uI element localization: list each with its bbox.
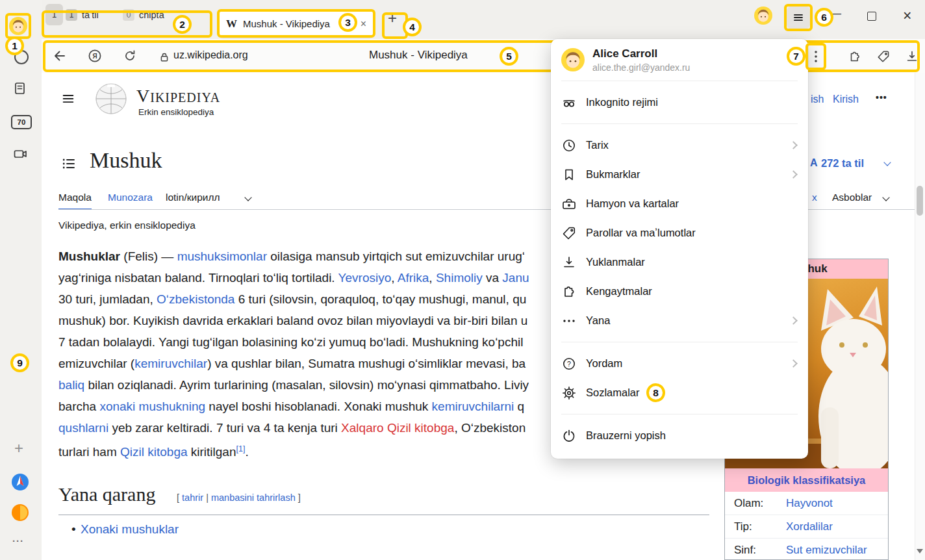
account-avatar [561,48,585,71]
gear-icon [561,385,577,401]
battery-badge[interactable]: 70 [11,115,32,129]
menu-divider [561,123,798,124]
tab-close-icon[interactable]: × [361,18,366,30]
bracket-close: ] [298,492,301,503]
notes-panel-icon[interactable] [12,81,28,96]
tab-group-chipta[interactable]: 0 chipta [123,6,164,24]
toolbar-avatar[interactable] [754,6,772,25]
menu-item-extensions[interactable]: Kengaytmalar [551,277,808,306]
puzzle-icon [561,284,577,299]
sidebar-add-button[interactable]: + [14,439,23,457]
refresh-icon[interactable] [123,49,137,63]
menu-item-wallet[interactable]: Hamyon va kartalar [551,189,808,218]
bookmark-icon [561,167,577,183]
language-icon-fragment[interactable]: A [810,157,818,169]
signup-link-fragment[interactable]: ish [811,94,824,105]
lock-icon[interactable] [158,51,171,64]
chevron-right-icon [789,170,798,179]
tab-group-tatil[interactable]: 1 taʼtil [66,6,99,24]
scrollbar-down-arrow[interactable] [917,549,923,554]
tab-talk[interactable]: Munozara [108,192,153,203]
menu-item-passwords[interactable]: Parollar va maʼlumotlar [551,218,808,248]
menu-divider [561,342,798,342]
battery-badge-value: 70 [18,118,26,126]
account-header[interactable]: Alice Carroll alice.the.girl@yandex.ru [551,39,808,81]
video-call-icon[interactable] [12,146,28,162]
yandex-services-logo[interactable] [11,503,29,522]
chevron-right-icon [789,316,798,325]
edit-link[interactable]: tahrir [182,492,203,503]
wikipedia-globe-logo[interactable] [95,83,127,115]
variant-selector[interactable]: lotin/кирилл [166,192,220,203]
chevron-down-icon[interactable] [883,159,891,166]
list-bullet: • [71,522,76,537]
wiki-wordmark[interactable]: Vikipediya [136,86,220,107]
chevron-down-icon[interactable] [244,194,251,201]
row-value-link[interactable]: Hayvonot [786,497,833,509]
chevron-right-icon [789,359,798,368]
toc-icon[interactable] [61,156,77,172]
maximize-button[interactable] [867,12,876,21]
yandex-glyph: Я [92,53,97,60]
collapsed-tab[interactable]: 1 [45,4,63,25]
tab-group-count: 1 [66,9,77,21]
close-button[interactable]: × [903,7,911,25]
wallet-icon [561,196,577,212]
new-tab-button[interactable]: + [388,9,397,27]
yandex-search-icon[interactable]: Я [87,48,103,64]
infobox-row: Sinf:Sut emizuvchilar [725,538,888,560]
tools-dropdown[interactable]: Asboblar [832,192,872,203]
menu-item-history[interactable]: Tarix [551,131,808,160]
wiki-hamburger-icon[interactable] [61,92,75,106]
menu-item-help[interactable]: ? Yordam [551,349,808,378]
row-value-link[interactable]: Xordalilar [786,520,833,533]
menu-item-settings[interactable]: Sozlamalar [551,378,808,407]
browser-menu-button[interactable] [787,6,810,29]
user-avatar[interactable] [9,17,27,35]
classification-header: Biologik klassifikatsiya [725,468,888,492]
section-edit-links: [ tahrir | manbasini tahrirlash ] [177,492,301,503]
sidebar-more-icon[interactable]: ··· [12,535,24,546]
tab-group-label: chipta [139,10,164,20]
tools-fragment[interactable]: x [812,192,817,203]
login-link[interactable]: Kirish [833,94,859,105]
collapsed-tab-count: 1 [52,10,57,19]
back-icon[interactable] [52,48,68,64]
row-label: Olam: [734,492,786,515]
row-label: Tip: [734,515,786,538]
addressbar-kebab-button[interactable] [809,44,823,69]
yandex-browser-logo[interactable] [11,473,29,491]
menu-item-more[interactable]: Yana [551,306,808,335]
address-page-title[interactable]: Mushuk - Vikipediya [369,49,468,62]
menu-item-close-browser[interactable]: Brauzerni yopish [551,421,808,450]
article-paragraph: Mushuklar (Felis) — mushuksimonlar oilas… [58,246,529,460]
wiki-more-menu-icon[interactable]: ••• [876,92,887,103]
menu-item-bookmarks[interactable]: Bukmarklar [551,160,808,189]
annotation-9: 9 [10,353,29,372]
downloads-icon[interactable] [905,49,919,64]
row-value-link[interactable]: Sut emizuvchilar [786,544,867,556]
kebab-icon [811,49,821,64]
menu-item-downloads[interactable]: Yuklanmalar [551,248,808,277]
scrollbar-thumb[interactable] [917,186,923,216]
clock-icon [561,138,577,153]
page-scrollbar[interactable] [915,73,925,560]
annotation-6: 6 [815,8,833,27]
see-also-link[interactable]: Xonaki mushuklar [81,522,179,537]
edit-source-link[interactable]: manbasini tahrirlash [211,492,296,503]
tab-article[interactable]: Maqola [58,192,92,210]
annotation-1: 1 [5,36,24,55]
chevron-down-icon[interactable] [882,194,889,201]
extensions-puzzle-icon[interactable] [848,49,862,64]
language-count-button[interactable]: 272 ta til [821,157,864,170]
tab-group-count: 0 [123,9,134,21]
menu-divider [561,81,798,81]
row-label: Sinf: [734,539,786,560]
power-icon [561,428,577,444]
url-text[interactable]: uz.wikipedia.org [173,49,248,61]
see-also-heading: Yana qarang [58,483,155,505]
passwords-tag-icon[interactable] [876,49,891,64]
site-subtitle: Vikipediya, erkin ensiklopediya [58,220,196,231]
menu-item-incognito[interactable]: Inkognito rejimi [551,88,808,117]
ellipsis-icon [561,313,577,329]
